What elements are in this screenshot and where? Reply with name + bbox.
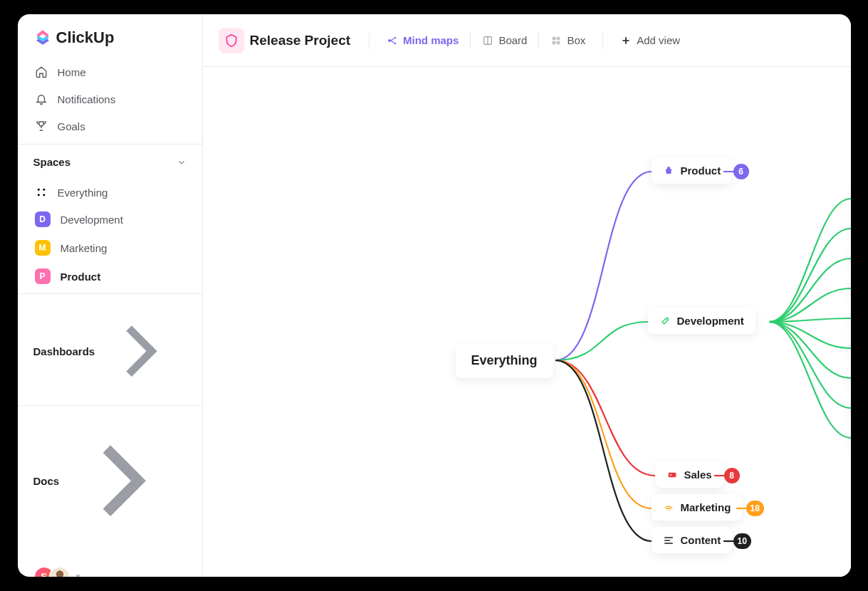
section-dashboards[interactable]: Dashboards [18, 293, 202, 405]
user-area[interactable]: S ▼ [18, 553, 202, 577]
bag-icon [663, 165, 674, 177]
section-docs[interactable]: Docs [18, 405, 202, 553]
logo[interactable]: ClickUp [18, 14, 202, 54]
svg-point-1 [43, 189, 45, 191]
space-product[interactable]: PProduct [25, 262, 195, 291]
svg-point-7 [394, 42, 397, 44]
count-badge: 18 [746, 501, 764, 516]
wrench-icon [659, 315, 671, 327]
svg-rect-10 [557, 36, 560, 40]
nav-home[interactable]: Home [25, 58, 195, 85]
view-board[interactable]: Board [474, 29, 535, 51]
svg-point-3 [43, 194, 45, 196]
add-view-button[interactable]: Add view [612, 29, 689, 51]
wifi-icon [663, 502, 674, 513]
svg-point-2 [37, 194, 39, 196]
svg-point-5 [388, 39, 391, 42]
svg-rect-11 [553, 41, 556, 44]
ticket-icon [666, 469, 678, 481]
project-title: Release Project [250, 33, 351, 48]
brand-name: ClickUp [56, 28, 115, 47]
view-box[interactable]: Box [542, 29, 594, 51]
mindmap-canvas[interactable]: EverythingProduct6DevelopmentSales8Marke… [203, 67, 851, 577]
svg-rect-9 [553, 36, 556, 40]
spaces-header[interactable]: Spaces [18, 144, 202, 177]
logo-icon [33, 28, 52, 47]
main-content: Release Project Mind mapsBoardBox Add vi… [203, 14, 851, 577]
svg-rect-13 [668, 472, 676, 477]
count-badge: 10 [733, 533, 751, 549]
count-badge: 6 [733, 164, 749, 179]
spaces-list: EverythingDDevelopmentMMarketingPProduct [18, 177, 202, 293]
svg-point-14 [670, 474, 671, 476]
space-development[interactable]: DDevelopment [25, 205, 195, 234]
sidebar-nav: HomeNotificationsGoals [18, 54, 202, 144]
chevron-down-icon [177, 157, 187, 167]
mindmap-node-content[interactable]: Content [652, 527, 733, 553]
mindmap-node-product[interactable]: Product [652, 157, 733, 184]
svg-rect-12 [557, 41, 560, 44]
mindmap-node-sales[interactable]: Sales [655, 461, 723, 488]
avatar-2 [49, 566, 70, 577]
space-everything[interactable]: Everything [25, 179, 195, 205]
mindmap-node-marketing[interactable]: Marketing [652, 494, 743, 521]
project-icon [219, 28, 244, 53]
nav-goals[interactable]: Goals [25, 113, 195, 140]
view-mind-maps[interactable]: Mind maps [378, 29, 467, 51]
svg-point-0 [37, 189, 39, 191]
space-marketing[interactable]: MMarketing [25, 234, 195, 262]
sidebar: ClickUp HomeNotificationsGoals Spaces Ev… [18, 14, 203, 577]
nav-notifications[interactable]: Notifications [25, 85, 195, 113]
svg-point-4 [56, 570, 63, 577]
mindmap-root[interactable]: Everything [456, 343, 553, 378]
user-menu-caret: ▼ [75, 572, 82, 577]
svg-point-6 [394, 36, 397, 38]
count-badge: 8 [724, 468, 740, 483]
align-icon [663, 535, 674, 546]
topbar: Release Project Mind mapsBoardBox Add vi… [203, 14, 851, 67]
app-window: ClickUp HomeNotificationsGoals Spaces Ev… [18, 14, 851, 577]
mindmap-node-development[interactable]: Development [648, 308, 755, 334]
